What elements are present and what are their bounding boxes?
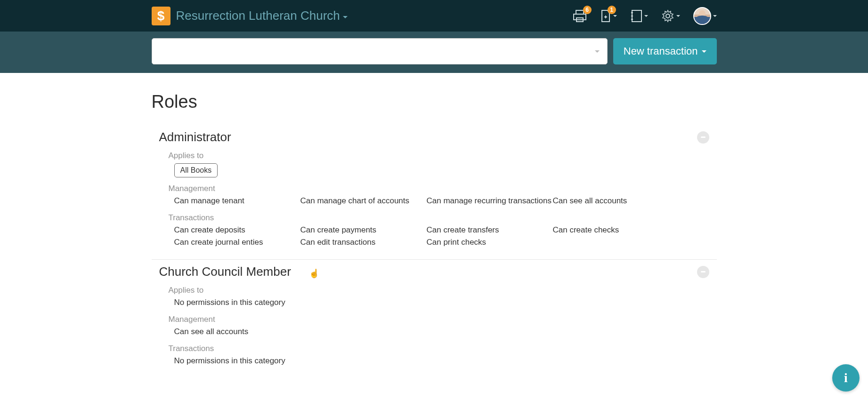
address-book-icon [630,9,642,23]
permission-item: Can edit transactions [300,237,427,248]
sub-navbar: New transaction [0,32,868,73]
role-title: Administrator [159,130,231,144]
permission-item: Can see all accounts [553,195,679,207]
main-content: Roles Administrator Applies to All Books… [152,73,717,378]
page-title: Roles [152,92,717,112]
section-label-transactions: Transactions [169,344,709,353]
svg-point-9 [666,14,670,18]
info-icon: i [844,370,848,378]
section-label-management: Management [169,315,709,324]
no-permissions-text: No permissions in this category [174,297,709,308]
user-menu-button[interactable] [693,7,717,25]
contacts-button[interactable] [630,9,648,23]
permission-item: Can see all accounts [174,326,300,337]
print-queue-badge: 6 [583,6,592,14]
new-document-button[interactable]: 1 [600,9,617,23]
new-document-badge: 1 [608,6,616,14]
permission-item: Can print checks [427,237,553,248]
permission-item: Can create payments [300,224,427,236]
settings-button[interactable] [661,9,680,23]
section-label-applies-to: Applies to [169,151,709,160]
svg-rect-5 [632,10,641,22]
brand-logo-icon: $ [152,7,170,25]
chevron-down-icon [676,15,680,17]
gear-icon [661,9,674,23]
section-label-transactions: Transactions [169,213,709,223]
permission-item: Can manage chart of accounts [300,195,427,207]
brand-dropdown-caret-icon [343,16,348,18]
collapse-role-button[interactable] [697,266,709,278]
permission-item: Can manage tenant [174,195,300,207]
svg-rect-0 [576,10,584,14]
applies-to-pill[interactable]: All Books [174,163,218,177]
help-info-button[interactable]: i [832,364,860,378]
brand[interactable]: $ Resurrection Lutheran Church [152,7,348,25]
print-queue-button[interactable]: 6 [573,9,587,23]
permission-item: Can manage recurring transactions [427,195,553,207]
collapse-role-button[interactable] [697,131,709,144]
chevron-down-icon [644,15,648,17]
section-label-applies-to: Applies to [169,286,709,295]
permission-item: Can create journal enties [174,237,300,248]
avatar [693,7,711,25]
role-block-church-council-member: Church Council Member Applies to No perm… [152,260,717,378]
new-transaction-label: New transaction [624,45,698,57]
permission-item: Can create deposits [174,224,300,236]
svg-rect-1 [574,14,586,20]
top-navbar: $ Resurrection Lutheran Church 6 [0,0,868,32]
chevron-down-icon [595,50,600,53]
brand-title: Resurrection Lutheran Church [176,8,340,23]
chevron-down-icon [702,50,706,53]
no-permissions-text: No permissions in this category [174,355,709,367]
section-label-management: Management [169,184,709,193]
permission-item: Can create checks [553,224,679,236]
role-block-administrator: Administrator Applies to All Books Manag… [152,125,717,260]
chevron-down-icon [713,15,717,17]
new-transaction-button[interactable]: New transaction [613,38,717,64]
account-selector[interactable] [152,38,608,64]
role-title: Church Council Member [159,264,291,279]
permission-item: Can create transfers [427,224,553,236]
chevron-down-icon [613,15,617,17]
